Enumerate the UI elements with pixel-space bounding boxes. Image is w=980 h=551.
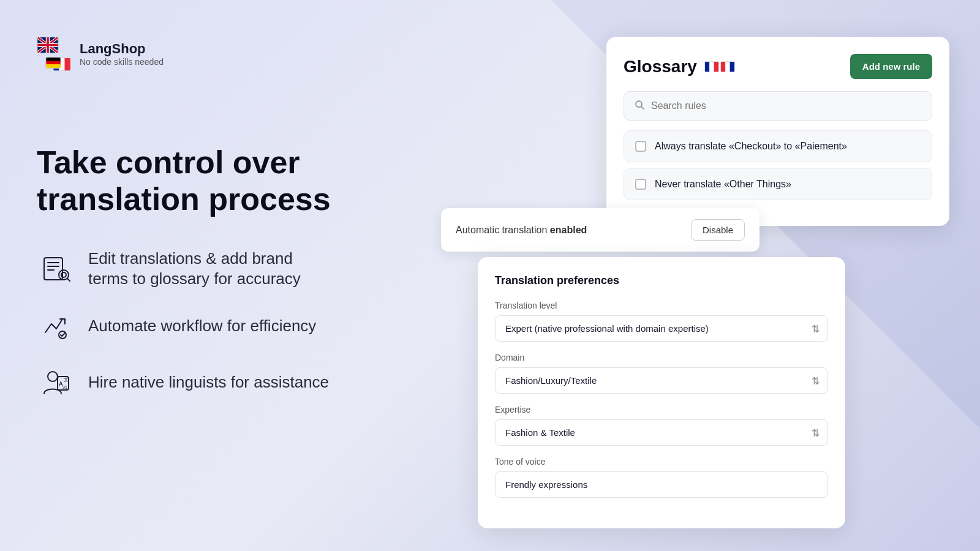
pref-field-expertise: Expertise Fashion & Textile Luxury Goods… bbox=[495, 405, 828, 446]
logo-text-block: LangShop No code skills needed bbox=[80, 41, 164, 67]
pref-label-translation-level: Translation level bbox=[495, 301, 828, 310]
search-input[interactable] bbox=[651, 100, 922, 111]
left-panel: LangShop No code skills needed Take cont… bbox=[37, 0, 453, 551]
svg-line-27 bbox=[641, 107, 644, 109]
svg-rect-6 bbox=[46, 64, 60, 68]
feature-list: Edit translations & add brandterms to gl… bbox=[37, 249, 453, 403]
glossary-title: Glossary bbox=[624, 57, 697, 77]
pref-select-wrapper-domain: Fashion/Luxury/Textile Technology Medica… bbox=[495, 367, 828, 394]
svg-rect-21 bbox=[709, 62, 714, 72]
glossary-card: Glossary bbox=[606, 37, 949, 226]
rule-item-2: Never translate «Other Things» bbox=[624, 168, 932, 200]
svg-rect-22 bbox=[714, 62, 718, 72]
svg-rect-24 bbox=[725, 62, 729, 72]
pref-select-wrapper-level: Expert (native professional with domain … bbox=[495, 315, 828, 342]
pref-field-domain: Domain Fashion/Luxury/Textile Technology… bbox=[495, 353, 828, 394]
expertise-select[interactable]: Fashion & Textile Luxury Goods General bbox=[495, 419, 828, 446]
feature-item-2: Automate workflow for efficiency bbox=[37, 307, 453, 346]
tone-input[interactable] bbox=[495, 471, 828, 498]
svg-text:文: 文 bbox=[64, 377, 69, 383]
search-bar[interactable] bbox=[624, 91, 932, 121]
pref-field-translation-level: Translation level Expert (native profess… bbox=[495, 301, 828, 342]
rule-text-1: Always translate «Checkout» to «Paiement… bbox=[655, 141, 847, 152]
svg-line-13 bbox=[67, 279, 70, 281]
feature-text-1: Edit translations & add brandterms to gl… bbox=[88, 249, 301, 290]
prefs-card: Translation preferences Translation leve… bbox=[478, 257, 845, 528]
logo-tagline: No code skills needed bbox=[80, 57, 164, 67]
rule-checkbox-2[interactable] bbox=[635, 179, 646, 190]
pref-field-tone: Tone of voice bbox=[495, 457, 828, 498]
pref-label-expertise: Expertise bbox=[495, 405, 828, 414]
svg-rect-5 bbox=[46, 61, 60, 64]
glossary-header: Glossary bbox=[624, 54, 932, 79]
pref-label-domain: Domain bbox=[495, 353, 828, 362]
logo-name: LangShop bbox=[80, 41, 164, 57]
prefs-title: Translation preferences bbox=[495, 274, 828, 287]
feature-text-3: Hire native linguists for assistance bbox=[88, 372, 329, 393]
flag-de bbox=[45, 57, 61, 69]
rule-item-1: Always translate «Checkout» to «Paiement… bbox=[624, 130, 932, 162]
search-icon bbox=[634, 99, 645, 113]
logo-row: LangShop No code skills needed bbox=[37, 37, 453, 71]
workflow-icon bbox=[37, 307, 76, 346]
linguist-icon: A 文 31 bbox=[37, 363, 76, 402]
svg-rect-20 bbox=[705, 62, 709, 72]
feature-item-3: A 文 31 Hire native linguists for assista… bbox=[37, 363, 453, 402]
logo-flags bbox=[37, 37, 71, 71]
auto-translation-status: Automatic translation enabled bbox=[456, 225, 587, 236]
svg-point-15 bbox=[48, 372, 58, 381]
disable-button[interactable]: Disable bbox=[691, 219, 745, 241]
auto-translation-bar: Automatic translation enabled Disable bbox=[441, 208, 760, 252]
pref-label-tone: Tone of voice bbox=[495, 457, 828, 467]
translation-level-select[interactable]: Expert (native professional with domain … bbox=[495, 315, 828, 342]
svg-rect-4 bbox=[46, 58, 60, 61]
feature-item-1: Edit translations & add brandterms to gl… bbox=[37, 249, 453, 290]
svg-rect-25 bbox=[730, 62, 734, 72]
rule-text-2: Never translate «Other Things» bbox=[655, 179, 791, 190]
flag-mini-fr bbox=[704, 61, 719, 72]
hero-title: Take control over translation process bbox=[37, 144, 453, 218]
feature-text-2: Automate workflow for efficiency bbox=[88, 316, 316, 337]
pref-select-wrapper-expertise: Fashion & Textile Luxury Goods General ⇅ bbox=[495, 419, 828, 446]
rule-checkbox-1[interactable] bbox=[635, 141, 646, 152]
glossary-title-row: Glossary bbox=[624, 57, 735, 77]
right-panel: Glossary bbox=[429, 0, 980, 551]
flag-mini-fr2 bbox=[720, 61, 735, 72]
add-new-rule-button[interactable]: Add new rule bbox=[850, 54, 932, 79]
language-flags bbox=[704, 61, 735, 72]
svg-rect-3 bbox=[65, 58, 70, 70]
domain-select[interactable]: Fashion/Luxury/Textile Technology Medica… bbox=[495, 367, 828, 394]
flag-uk bbox=[37, 37, 59, 53]
glossary-icon bbox=[37, 249, 76, 288]
svg-rect-23 bbox=[721, 62, 725, 72]
svg-text:31: 31 bbox=[62, 385, 67, 389]
